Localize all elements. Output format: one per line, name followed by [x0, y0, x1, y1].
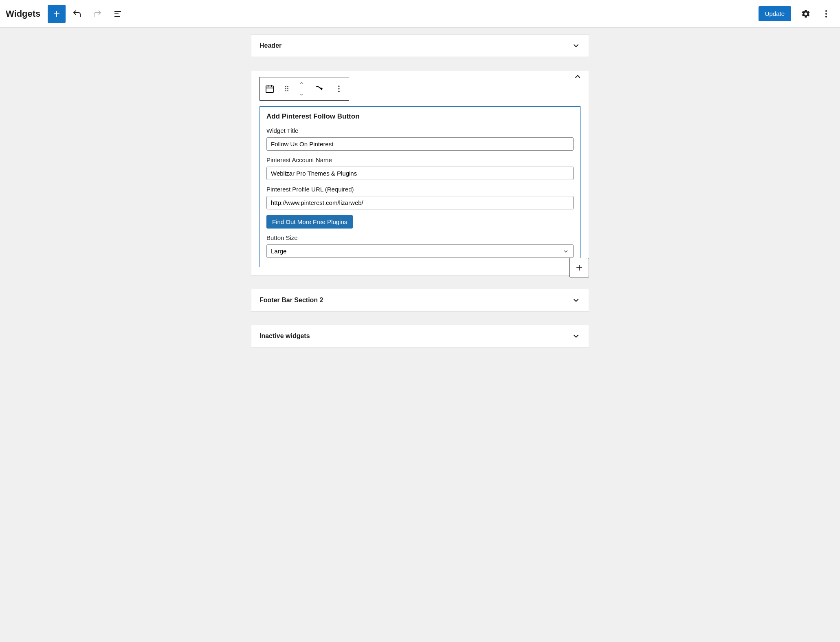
chevron-up-icon — [298, 80, 305, 86]
account-name-input[interactable] — [266, 167, 574, 180]
toolbar-group-more — [329, 77, 349, 100]
svg-point-6 — [825, 13, 827, 15]
svg-point-12 — [285, 86, 286, 88]
field-account-name: Pinterest Account Name — [266, 156, 574, 180]
profile-url-input[interactable] — [266, 196, 574, 209]
button-size-select[interactable]: Large — [266, 244, 574, 258]
field-profile-url: Pinterest Profile URL (Required) — [266, 186, 574, 209]
widget-area-title: Header — [259, 42, 281, 49]
widget-area-title: Inactive widgets — [259, 332, 310, 340]
top-bar-right: Update — [759, 5, 835, 23]
add-block-toggle[interactable] — [48, 5, 66, 23]
toolbar-group-block — [260, 77, 309, 100]
widget-form-title: Add Pinterest Follow Button — [266, 112, 574, 121]
widget-area-inner: Add Pinterest Follow Button Widget Title… — [251, 77, 589, 275]
move-up-button[interactable] — [294, 77, 309, 89]
block-type-button[interactable] — [260, 77, 279, 100]
svg-point-15 — [287, 88, 288, 90]
legacy-widget-form: Add Pinterest Follow Button Widget Title… — [259, 106, 581, 267]
settings-button[interactable] — [797, 5, 815, 23]
account-name-label: Pinterest Account Name — [266, 156, 574, 163]
svg-point-18 — [338, 86, 339, 87]
list-view-icon — [113, 9, 123, 19]
svg-point-7 — [825, 16, 827, 18]
widget-area-header: Header — [251, 34, 589, 57]
svg-point-17 — [287, 90, 288, 92]
svg-point-19 — [338, 88, 339, 89]
plus-icon — [574, 263, 584, 273]
redo-button[interactable] — [88, 5, 106, 23]
undo-button[interactable] — [68, 5, 86, 23]
svg-point-16 — [285, 90, 286, 92]
chevron-down-icon — [572, 41, 581, 50]
widget-area-title: Footer Bar Section 2 — [259, 297, 323, 304]
svg-rect-8 — [266, 86, 273, 92]
add-block-appender[interactable] — [570, 258, 589, 277]
widget-area-footer-toggle[interactable]: Footer Bar Section 2 — [251, 289, 589, 311]
chevron-down-icon — [298, 92, 305, 97]
svg-point-5 — [825, 10, 827, 12]
profile-url-label: Pinterest Profile URL (Required) — [266, 186, 574, 193]
widget-title-label: Widget Title — [266, 127, 574, 134]
block-toolbar — [259, 77, 349, 101]
redo-icon — [92, 9, 102, 19]
update-button[interactable]: Update — [759, 6, 791, 21]
top-bar-left: Widgets — [5, 5, 127, 23]
svg-point-14 — [285, 88, 286, 90]
field-widget-title: Widget Title — [266, 127, 574, 151]
kebab-icon — [334, 84, 343, 93]
widget-areas-content: Header — [248, 34, 592, 347]
svg-point-13 — [287, 86, 288, 88]
more-options-button[interactable] — [817, 5, 835, 23]
widget-title-input[interactable] — [266, 137, 574, 151]
chevron-down-icon — [572, 296, 581, 305]
page-title: Widgets — [6, 9, 40, 19]
widget-area-inactive-toggle[interactable]: Inactive widgets — [251, 325, 589, 347]
undo-icon — [72, 9, 82, 19]
list-view-button[interactable] — [109, 5, 127, 23]
widget-area-inactive: Inactive widgets — [251, 325, 589, 347]
drag-handle[interactable] — [279, 77, 294, 100]
field-button-size: Button Size Large — [266, 234, 574, 258]
drag-icon — [283, 85, 291, 93]
move-to-area-button[interactable] — [309, 77, 329, 100]
editor-top-bar: Widgets Update — [0, 0, 840, 28]
widget-area-footer-bar-2: Footer Bar Section 2 — [251, 289, 589, 312]
plus-icon — [52, 9, 62, 19]
block-more-button[interactable] — [329, 77, 349, 100]
more-plugins-button[interactable]: Find Out More Free Plugins — [266, 215, 353, 229]
svg-point-20 — [338, 91, 339, 92]
button-size-label: Button Size — [266, 234, 574, 241]
calendar-icon — [265, 84, 275, 94]
move-to-icon — [314, 84, 324, 94]
widget-area-header-toggle[interactable]: Header — [251, 35, 589, 57]
kebab-icon — [821, 9, 831, 19]
block-movers — [294, 77, 309, 100]
toolbar-group-move — [309, 77, 329, 100]
chevron-down-icon — [572, 332, 581, 341]
move-down-button[interactable] — [294, 89, 309, 100]
widget-area-open: Add Pinterest Follow Button Widget Title… — [251, 70, 589, 276]
gear-icon — [801, 9, 811, 19]
